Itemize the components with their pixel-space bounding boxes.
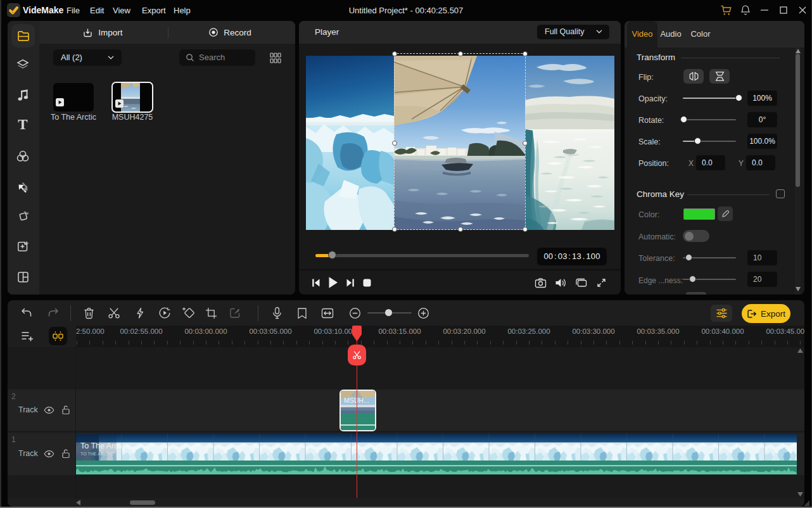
svg-text:To The Arctic: To The Arctic (80, 441, 126, 450)
svg-text:TO THE ARCTIC: TO THE ARCTIC (80, 452, 114, 456)
